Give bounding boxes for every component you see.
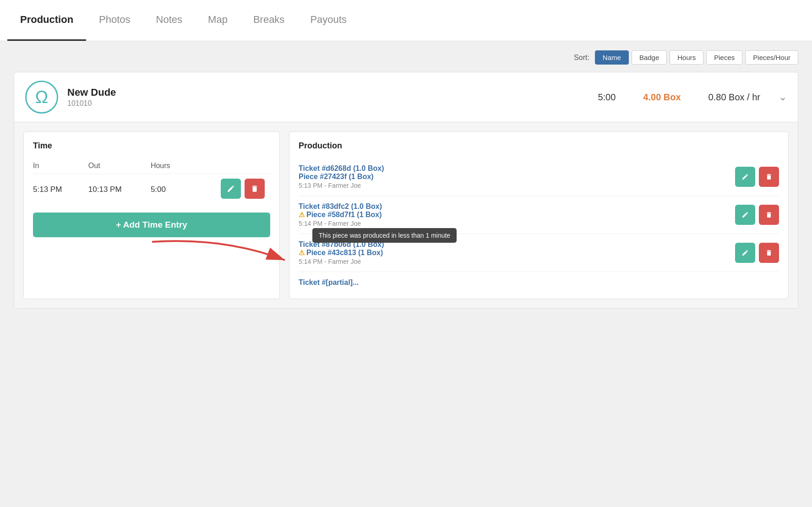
worker-expanded: Time In Out Hours 5:13 PM 10:13 PM — [14, 122, 798, 308]
sort-label: Sort: — [574, 54, 589, 62]
ticket-1-actions — [735, 167, 779, 187]
sort-badge-button[interactable]: Badge — [632, 50, 667, 65]
ticket-info-3: Ticket #87b06d (1.0 Box) ⚠Piece #43c813 … — [299, 240, 728, 265]
tab-production[interactable]: Production — [7, 0, 86, 41]
worker-name: New Dude — [67, 87, 589, 98]
sort-hours-button[interactable]: Hours — [670, 50, 703, 65]
worker-card: Ω New Dude 101010 5:00 4.00 Box 0.80 Box… — [14, 72, 798, 309]
stat-hours: 5:00 — [598, 92, 616, 103]
ticket-4-title: Ticket #[partial]... — [299, 278, 779, 287]
warning-icon-3: ⚠ — [299, 249, 305, 256]
piece-2-title: ⚠Piece #58d7f1 (1 Box) — [299, 211, 728, 219]
ticket-1-title: Ticket #d6268d (1.0 Box) — [299, 164, 728, 173]
worker-badge: 101010 — [67, 99, 589, 108]
avatar-icon: Ω — [35, 88, 48, 106]
time-entry-row: 5:13 PM 10:13 PM 5:00 — [33, 174, 270, 206]
ticket-2-meta: 5:14 PM - Farmer Joe — [299, 220, 728, 227]
tab-payouts[interactable]: Payouts — [297, 0, 360, 41]
edit-time-button[interactable] — [221, 179, 241, 199]
edit-ticket-3-button[interactable] — [735, 243, 755, 263]
tab-breaks[interactable]: Breaks — [240, 0, 297, 41]
sort-bar: Sort: Name Badge Hours Pieces Pieces/Hou… — [14, 50, 798, 65]
delete-ticket-3-button[interactable] — [759, 243, 779, 263]
ticket-2-title: Ticket #83dfc2 (1.0 Box) — [299, 202, 728, 211]
edit-ticket-2-button[interactable] — [735, 205, 755, 225]
ticket-item-3: Ticket #87b06d (1.0 Box) ⚠Piece #43c813 … — [299, 234, 779, 272]
sort-pieces-per-hour-button[interactable]: Pieces/Hour — [745, 50, 798, 65]
add-time-entry-button[interactable]: + Add Time Entry — [33, 213, 270, 237]
warning-icon-2: ⚠ — [299, 211, 305, 218]
time-out: 10:13 PM — [88, 174, 151, 206]
ticket-info-1: Ticket #d6268d (1.0 Box) Piece #27423f (… — [299, 164, 728, 189]
col-hours: Hours — [151, 158, 191, 174]
time-in: 5:13 PM — [33, 174, 88, 206]
ticket-item-2: Ticket #83dfc2 (1.0 Box) ⚠Piece #58d7f1 … — [299, 196, 779, 234]
ticket-item-4-partial: Ticket #[partial]... — [299, 272, 779, 289]
time-table: In Out Hours 5:13 PM 10:13 PM 5:00 — [33, 158, 270, 205]
ticket-1-meta: 5:13 PM - Farmer Joe — [299, 182, 728, 189]
chevron-down-icon[interactable]: ⌄ — [779, 91, 787, 103]
tab-photos[interactable]: Photos — [86, 0, 143, 41]
sort-name-button[interactable]: Name — [595, 50, 629, 65]
production-panel-title: Production — [299, 141, 779, 151]
ticket-info-4: Ticket #[partial]... — [299, 278, 779, 287]
ticket-3-meta: 5:14 PM - Farmer Joe — [299, 258, 728, 265]
delete-time-button[interactable] — [245, 179, 265, 199]
ticket-3-actions — [735, 243, 779, 263]
worker-info: New Dude 101010 — [67, 87, 589, 108]
worker-stats: 5:00 4.00 Box 0.80 Box / hr — [598, 92, 760, 103]
ticket-item-1: Ticket #d6268d (1.0 Box) Piece #27423f (… — [299, 158, 779, 196]
stat-rate: 0.80 Box / hr — [708, 92, 760, 103]
piece-3-title: ⚠Piece #43c813 (1 Box) — [299, 249, 728, 257]
stat-pieces: 4.00 Box — [643, 92, 681, 103]
delete-ticket-2-button[interactable] — [759, 205, 779, 225]
col-in: In — [33, 158, 88, 174]
edit-ticket-1-button[interactable] — [735, 167, 755, 187]
sort-pieces-button[interactable]: Pieces — [706, 50, 742, 65]
time-panel: Time In Out Hours 5:13 PM 10:13 PM — [23, 131, 280, 299]
avatar: Ω — [25, 81, 58, 114]
piece-1-title: Piece #27423f (1 Box) — [299, 173, 728, 181]
tab-map[interactable]: Map — [195, 0, 240, 41]
production-panel: Production Ticket #d6268d (1.0 Box) Piec… — [289, 131, 789, 299]
tab-bar: Production Photos Notes Map Breaks Payou… — [0, 0, 812, 41]
main-content: Sort: Name Badge Hours Pieces Pieces/Hou… — [0, 41, 812, 325]
time-hours: 5:00 — [151, 174, 191, 206]
worker-header: Ω New Dude 101010 5:00 4.00 Box 0.80 Box… — [14, 72, 798, 122]
delete-ticket-1-button[interactable] — [759, 167, 779, 187]
ticket-3-title: Ticket #87b06d (1.0 Box) — [299, 240, 728, 249]
time-panel-title: Time — [33, 141, 270, 151]
ticket-2-actions — [735, 205, 779, 225]
tab-notes[interactable]: Notes — [143, 0, 195, 41]
col-out: Out — [88, 158, 151, 174]
ticket-info-2: Ticket #83dfc2 (1.0 Box) ⚠Piece #58d7f1 … — [299, 202, 728, 227]
